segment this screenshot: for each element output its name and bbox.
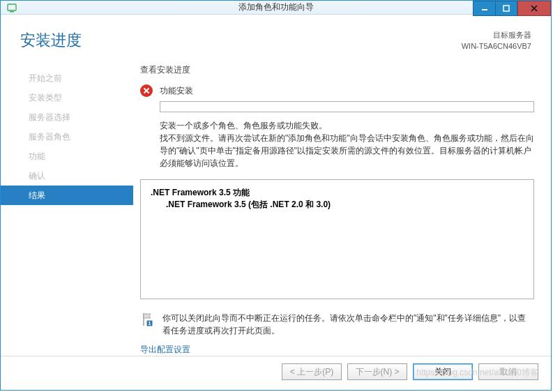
- step-results[interactable]: 结果: [1, 186, 133, 205]
- content-area: 开始之前 安装类型 服务器选择 服务器角色 功能 确认 结果 查看安装进度 功能…: [1, 64, 551, 356]
- error-detail: 找不到源文件。请再次尝试在新的"添加角色和功能"向导会话中安装角色、角色服务或功…: [160, 132, 534, 169]
- next-button: 下一步(N) >: [347, 363, 407, 380]
- flag-icon: 1: [140, 312, 156, 327]
- close-button[interactable]: 关闭: [413, 363, 473, 380]
- error-summary: 安装一个或多个角色、角色服务或功能失败。: [160, 119, 534, 132]
- export-config-link[interactable]: 导出配置设置: [140, 344, 534, 356]
- section-label: 查看安装进度: [140, 64, 534, 76]
- step-install-type: 安装类型: [1, 88, 133, 107]
- svg-rect-3: [503, 6, 509, 11]
- app-icon: [6, 2, 17, 13]
- page-header: 安装进度 目标服务器 WIN-T5A6CN46VB7: [1, 15, 551, 52]
- footer-buttons: < 上一步(P) 下一步(N) > 关闭 取消: [1, 356, 551, 390]
- feature-root: .NET Framework 3.5 功能: [151, 187, 524, 199]
- maximize-button[interactable]: [495, 1, 517, 16]
- info-text: 你可以关闭此向导而不中断正在运行的任务。请依次单击命令栏中的"通知"和"任务详细…: [162, 312, 534, 337]
- page-title: 安装进度: [20, 30, 462, 52]
- feature-child: .NET Framework 3.5 (包括 .NET 2.0 和 3.0): [166, 199, 524, 211]
- previous-button: < 上一步(P): [282, 363, 342, 380]
- window-controls: [473, 1, 551, 16]
- svg-rect-0: [8, 4, 16, 10]
- main-panel: 查看安装进度 功能安装 安装一个或多个角色、角色服务或功能失败。 找不到源文件。…: [133, 64, 551, 356]
- step-before-begin: 开始之前: [1, 68, 133, 88]
- error-message: 安装一个或多个角色、角色服务或功能失败。 找不到源文件。请再次尝试在新的"添加角…: [160, 119, 534, 169]
- wizard-steps-sidebar: 开始之前 安装类型 服务器选择 服务器角色 功能 确认 结果: [1, 64, 133, 356]
- info-row: 1 你可以关闭此向导而不中断正在运行的任务。请依次单击命令栏中的"通知"和"任务…: [140, 312, 534, 337]
- titlebar: 添加角色和功能向导: [1, 1, 551, 15]
- svg-text:1: 1: [149, 321, 151, 326]
- status-text: 功能安装: [160, 85, 193, 97]
- step-server-roles: 服务器角色: [1, 127, 133, 146]
- progress-bar: [160, 101, 534, 112]
- step-server-selection: 服务器选择: [1, 107, 133, 127]
- window-title: 添加角色和功能向导: [238, 1, 314, 13]
- step-features: 功能: [1, 146, 133, 166]
- minimize-button[interactable]: [473, 1, 495, 16]
- wizard-window: 添加角色和功能向导 安装进度 目标服务器 WIN-T5A6CN46VB7 开始之…: [0, 0, 552, 391]
- target-server-label: 目标服务器: [462, 30, 531, 40]
- close-window-button[interactable]: [517, 1, 551, 16]
- step-confirmation: 确认: [1, 166, 133, 186]
- status-row: 功能安装: [140, 84, 534, 97]
- target-server-info: 目标服务器 WIN-T5A6CN46VB7: [462, 30, 531, 52]
- target-server-name: WIN-T5A6CN46VB7: [462, 41, 531, 52]
- error-icon: [140, 84, 153, 97]
- svg-rect-1: [10, 11, 14, 13]
- wizard-body: 安装进度 目标服务器 WIN-T5A6CN46VB7 开始之前 安装类型 服务器…: [1, 15, 551, 390]
- cancel-button: 取消: [478, 363, 538, 380]
- feature-list-box[interactable]: .NET Framework 3.5 功能 .NET Framework 3.5…: [140, 179, 534, 299]
